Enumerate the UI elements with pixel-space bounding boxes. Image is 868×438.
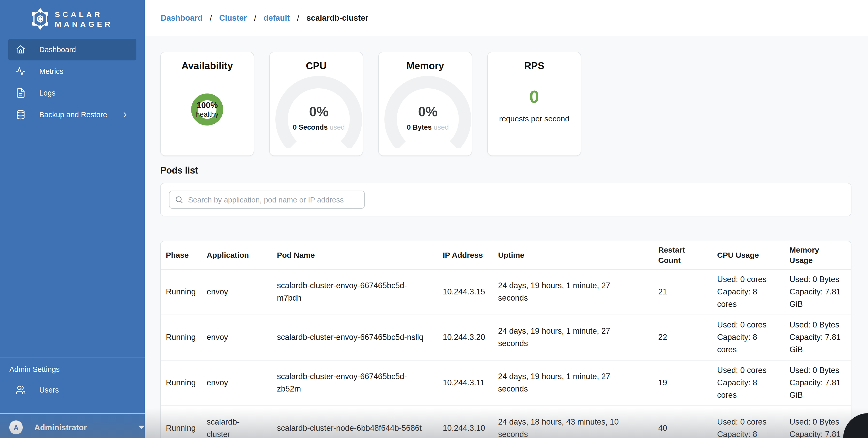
sidebar: SCALAR MANAGER Dashboard	[0, 0, 145, 438]
dashboard-content: Availability 100% healthy CPU 0%	[145, 36, 868, 438]
metric-cards: Availability 100% healthy CPU 0%	[160, 52, 851, 156]
admin-settings-label: Admin Settings	[0, 365, 145, 374]
sidebar-nav-item-label: Logs	[39, 89, 56, 97]
search-icon	[175, 195, 183, 204]
pod-restart-count: 19	[653, 360, 712, 405]
availability-status: healthy	[196, 110, 218, 119]
pod-memory-usage: Used: 0 Bytes Capacity: 7.81	[784, 405, 851, 438]
pod-uptime: 24 days, 18 hours, 43 minutes, 10 second…	[493, 405, 653, 438]
cpu-card: CPU 0% 0 Seconds used	[269, 52, 363, 156]
sidebar-nav-item[interactable]: Metrics	[8, 60, 136, 82]
pod-uptime: 24 days, 19 hours, 1 minute, 27 seconds	[493, 315, 653, 360]
sidebar-nav: Dashboard Metrics	[0, 39, 145, 126]
pod-restart-count: 40	[653, 405, 712, 438]
breadcrumb-item[interactable]: Dashboard	[161, 13, 203, 23]
app-logo: SCALAR MANAGER	[0, 0, 145, 30]
pod-cpu-usage: Used: 0 cores Capacity: 8 cores	[712, 360, 784, 405]
pod-name: scalardb-cluster-envoy-667465bc5d-zb52m	[272, 360, 438, 405]
cpu-percent: 0%	[270, 104, 363, 120]
column-header: Application	[202, 241, 272, 269]
scalar-manager-app: SCALAR MANAGER Dashboard	[0, 0, 868, 438]
sidebar-nav-item-label: Metrics	[39, 67, 63, 75]
pod-phase: Running	[161, 405, 202, 438]
sidebar-nav-item[interactable]: Dashboard	[8, 39, 136, 60]
breadcrumb-item: /	[210, 13, 212, 23]
pod-name: scalardb-cluster-envoy-667465bc5d-m7bdh	[272, 269, 438, 315]
pod-phase: Running	[161, 269, 202, 315]
memory-title: Memory	[379, 60, 472, 72]
pod-application: envoy	[202, 269, 272, 315]
app-title: SCALAR MANAGER	[55, 8, 113, 29]
avatar: A	[9, 420, 23, 434]
memory-gauge: 0% 0 Bytes used	[379, 75, 472, 148]
memory-used: 0 Bytes used	[379, 123, 472, 131]
sidebar-nav-item[interactable]: Backup and Restore	[8, 104, 136, 126]
availability-ring: 100% healthy	[191, 93, 223, 126]
admin-settings-section: Admin Settings Users	[0, 357, 145, 401]
pod-ip-address: 10.244.3.11	[438, 360, 493, 405]
home-icon	[16, 44, 26, 55]
table-header-row: Phase Application Pod Name IP Address Up…	[161, 241, 851, 269]
breadcrumb-item: scalardb-cluster	[306, 13, 368, 23]
sidebar-spacer	[0, 126, 145, 357]
pod-uptime: 24 days, 19 hours, 1 minute, 27 seconds	[493, 269, 653, 315]
search-box	[169, 191, 365, 209]
pod-row: Running envoy scalardb-cluster-envoy-667…	[161, 360, 851, 405]
search-input[interactable]	[169, 191, 365, 209]
users-icon	[16, 385, 26, 395]
availability-title: Availability	[161, 60, 254, 72]
column-header: Memory Usage	[784, 241, 851, 269]
pods-list-heading: Pods list	[160, 165, 851, 176]
pod-application: envoy	[202, 360, 272, 405]
pod-name: scalardb-cluster-node-6bb48f644b-5686t	[272, 405, 438, 438]
pods-search-card	[160, 183, 851, 216]
column-header: IP Address	[438, 241, 493, 269]
pod-row: Running scalardb-cluster scalardb-cluste…	[161, 405, 851, 438]
scalar-logo-icon	[31, 8, 50, 30]
breadcrumb-item[interactable]: default	[264, 13, 290, 23]
cpu-used: 0 Seconds used	[270, 123, 363, 131]
cpu-title: CPU	[270, 60, 363, 72]
rps-unit: requests per second	[488, 114, 581, 123]
availability-value: 100%	[196, 100, 218, 110]
profile-name: Administrator	[34, 423, 87, 432]
column-header: Phase	[161, 241, 202, 269]
logs-icon	[16, 88, 26, 98]
pod-memory-usage: Used: 0 Bytes Capacity: 7.81 GiB	[784, 360, 851, 405]
column-header: Restart Count	[653, 241, 712, 269]
pod-name: scalardb-cluster-envoy-667465bc5d-nsllq	[272, 315, 438, 360]
breadcrumb-item[interactable]: Cluster	[219, 13, 247, 23]
cpu-gauge: 0% 0 Seconds used	[270, 75, 363, 148]
pod-restart-count: 22	[653, 315, 712, 360]
sidebar-nav-item-label: Dashboard	[39, 45, 76, 54]
sidebar-nav-item-label: Backup and Restore	[39, 111, 107, 119]
pod-ip-address: 10.244.3.10	[438, 405, 493, 438]
sidebar-nav-item[interactable]: Logs	[8, 82, 136, 104]
memory-percent: 0%	[379, 104, 472, 120]
pod-restart-count: 21	[653, 269, 712, 315]
pod-cpu-usage: Used: 0 cores Capacity: 8	[712, 405, 784, 438]
rps-card: RPS 0 requests per second	[487, 52, 581, 156]
breadcrumb-item: /	[254, 13, 256, 23]
pod-application: envoy	[202, 315, 272, 360]
memory-card: Memory 0% 0 Bytes used	[378, 52, 472, 156]
database-icon	[16, 110, 26, 120]
caret-down-icon	[138, 426, 145, 429]
sidebar-item-users[interactable]: Users	[8, 379, 136, 401]
pod-row: Running envoy scalardb-cluster-envoy-667…	[161, 315, 851, 360]
pod-ip-address: 10.244.3.20	[438, 315, 493, 360]
chevron-right-icon	[121, 111, 129, 119]
breadcrumb-item: /	[297, 13, 300, 23]
pod-memory-usage: Used: 0 Bytes Capacity: 7.81 GiB	[784, 315, 851, 360]
column-header: CPU Usage	[712, 241, 784, 269]
pod-application: scalardb-cluster	[202, 405, 272, 438]
column-header: Pod Name	[272, 241, 438, 269]
pods-table-card: Phase Application Pod Name IP Address Up…	[160, 241, 851, 438]
profile-menu[interactable]: A Administrator	[0, 413, 145, 438]
breadcrumb: Dashboard / Cluster / default / scalardb…	[145, 0, 868, 36]
pod-row: Running envoy scalardb-cluster-envoy-667…	[161, 269, 851, 315]
pods-table: Phase Application Pod Name IP Address Up…	[161, 241, 851, 438]
main-area: Dashboard / Cluster / default / scalardb…	[145, 0, 868, 438]
pod-phase: Running	[161, 360, 202, 405]
metrics-icon	[16, 66, 26, 76]
